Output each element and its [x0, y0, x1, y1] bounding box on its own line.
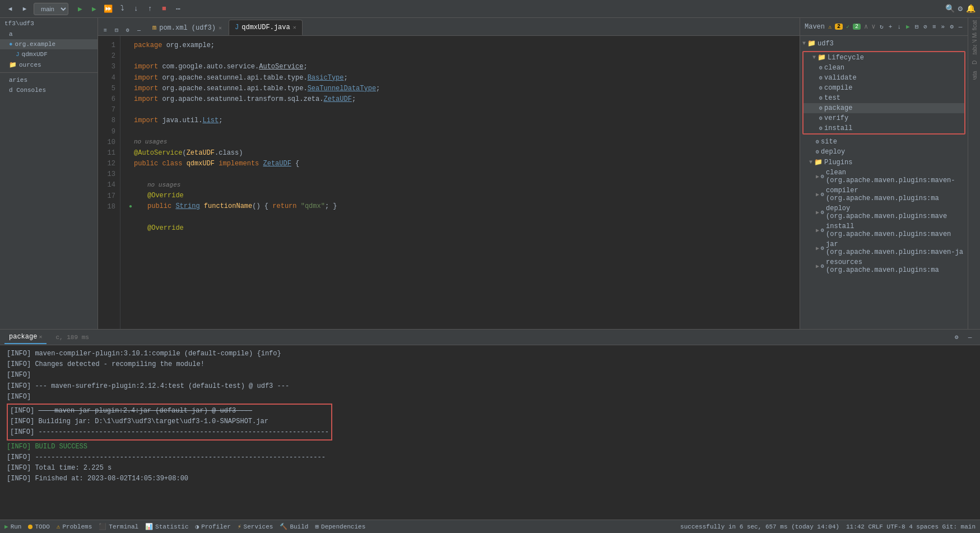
maven-lifecycle[interactable]: ▼ 📁 Lifecycle: [803, 52, 964, 63]
maven-verify-label: verify: [824, 114, 848, 122]
sidebar-item-aries[interactable]: aries: [0, 75, 97, 85]
code-no-usages-1: no usages: [127, 137, 793, 148]
stop-btn[interactable]: ■: [158, 3, 170, 15]
maven-plugins[interactable]: ▼ 📁 Plugins: [800, 157, 968, 168]
json-master-tab[interactable]: JSON Master: [969, 33, 979, 43]
problems-status-item[interactable]: ⚠ Problems: [57, 523, 92, 530]
statistic-status-item[interactable]: 📊 Statistic: [145, 523, 188, 530]
sidebar-item-consoles[interactable]: d Consoles: [0, 85, 97, 95]
maven-root-label: udf3: [818, 40, 834, 48]
maven-download-btn[interactable]: ↓: [897, 21, 902, 33]
maven-plugin-deploy[interactable]: ▶ ⚙ deploy (org.apache.maven.plugins:mav…: [800, 203, 968, 221]
console-line-1: [INFO] maven-compiler-plugin:3.10.1:comp…: [7, 349, 973, 359]
more-btn[interactable]: ⋯: [172, 3, 184, 15]
sidebar-item-ources[interactable]: 📁 ources: [0, 59, 97, 70]
maven-more-btn[interactable]: »: [940, 21, 946, 33]
step-into-btn[interactable]: ↓: [130, 3, 142, 15]
sidebar-path: tf3\udf3: [0, 18, 97, 29]
maven-plugin-clean[interactable]: ▶ ⚙ clean (org.apache.maven.plugins:mave…: [800, 168, 968, 186]
forward-btn[interactable]: ▶: [19, 3, 30, 15]
maven-minimize-btn[interactable]: —: [958, 21, 963, 33]
editor-tabs: ≡ ⊟ ⚙ — m pom.xml (udf3) ✕ J qdmxUDF.jav…: [98, 18, 800, 36]
maven-package[interactable]: ⚙ package: [803, 103, 964, 113]
step-over-btn[interactable]: ⤵: [116, 3, 128, 15]
tab-pom-xml[interactable]: m pom.xml (udf3) ✕: [146, 20, 228, 35]
panel-settings-btn[interactable]: ⚙: [951, 332, 962, 343]
terminal-status-item[interactable]: ⬛ Terminal: [99, 523, 138, 530]
maven-run-btn[interactable]: ▶: [905, 21, 911, 33]
panel-tab-package[interactable]: package ✕: [4, 331, 47, 344]
plugin-install-gear-icon: ⚙: [821, 227, 824, 234]
maven-plugin-install[interactable]: ▶ ⚙ install (org.apache.maven.plugins:ma…: [800, 221, 968, 239]
maven-validate[interactable]: ⚙ validate: [803, 73, 964, 83]
maven-plugin-resources[interactable]: ▶ ⚙ resources (org.apache.maven.plugins:…: [800, 257, 968, 275]
maven-plugin-resources-label: resources (org.apache.maven.plugins:ma: [826, 258, 965, 274]
step-out-btn[interactable]: ↑: [144, 3, 156, 15]
run-status-item[interactable]: ▶ Run: [4, 523, 21, 530]
maven-plugin-jar[interactable]: ▶ ⚙ jar (org.apache.maven.plugins:maven-…: [800, 239, 968, 257]
terminal-icon: ⬛: [99, 523, 106, 530]
code-content[interactable]: package org.example; import com.google.a…: [120, 36, 800, 329]
maven-install[interactable]: ⚙ install: [803, 123, 964, 133]
sidebar-item-org-example[interactable]: ● org.example: [0, 39, 97, 49]
tab-pom-close[interactable]: ✕: [219, 25, 222, 31]
maven-deploy[interactable]: ⚙ deploy: [800, 147, 968, 157]
folder-icon: 📁: [9, 61, 17, 68]
maven-clean[interactable]: ⚙ clean: [803, 63, 964, 73]
tab-pom-label: pom.xml (udf3): [159, 24, 216, 32]
panel-time: c, 189 ms: [55, 334, 89, 341]
profiler-icon: ◑: [196, 523, 199, 530]
maven-collapse-icon: ∨: [871, 22, 875, 31]
panel-minimize-btn[interactable]: —: [964, 332, 976, 343]
d-tab[interactable]: D: [969, 57, 979, 67]
maven-settings-btn[interactable]: ⚙: [949, 21, 955, 33]
tab-minimize-btn[interactable]: —: [134, 25, 144, 35]
maven-refresh-btn[interactable]: ↻: [879, 21, 885, 33]
verify-gear-icon: ⚙: [819, 115, 823, 122]
resume-btn[interactable]: ⏩: [102, 3, 114, 15]
maven-test[interactable]: ⚙ test: [803, 93, 964, 103]
maven-stop-btn[interactable]: ⊘: [923, 21, 928, 33]
statistic-label: Statistic: [155, 523, 188, 530]
database-tab[interactable]: Database: [969, 45, 979, 55]
maven-site[interactable]: ⚙ site: [800, 137, 968, 147]
notifications-icon[interactable]: 🔔: [966, 4, 976, 13]
maven-add-btn[interactable]: +: [888, 21, 893, 33]
search-icon[interactable]: 🔍: [945, 4, 955, 13]
plugin-resources-gear-icon: ⚙: [821, 263, 824, 270]
maven-filter-btn[interactable]: ≡: [931, 21, 937, 33]
sidebar-item-a[interactable]: a: [0, 29, 97, 39]
back-btn[interactable]: ◀: [4, 3, 16, 15]
plugins-folder-icon: 📁: [814, 158, 823, 166]
maven-deploy-label: deploy: [821, 148, 845, 156]
tab-qdmxudf-java[interactable]: J qdmxUDF.java ✕: [229, 20, 303, 35]
tab-java-close[interactable]: ✕: [293, 24, 296, 31]
tab-controls: ≡ ⊟ ⚙ —: [98, 25, 146, 35]
success-count: 2: [853, 24, 861, 30]
maven-compile[interactable]: ⚙ compile: [803, 83, 964, 93]
compile-gear-icon: ⚙: [819, 85, 823, 91]
sidebar-item-qdmxudf[interactable]: J qdmxUDF: [0, 49, 97, 59]
big-data-tools-tab[interactable]: Big Data Tools: [969, 69, 979, 80]
settings-icon[interactable]: ⚙: [958, 4, 963, 13]
services-status-item[interactable]: ⚡ Services: [238, 523, 273, 530]
build-status-item[interactable]: 🔨 Build: [280, 523, 308, 530]
code-line-6: import org.apache.seatunnel.transform.sq…: [127, 94, 793, 105]
maven-root[interactable]: ▼ 📁 udf3: [800, 38, 968, 49]
code-line-11: public class qdmxUDF implements ZetaUDF …: [127, 159, 793, 169]
maven-tool-btn[interactable]: ⊟: [914, 21, 919, 33]
tab-settings-btn[interactable]: ⚙: [123, 25, 133, 35]
profiler-status-item[interactable]: ◑ Profiler: [196, 523, 231, 530]
maven-verify[interactable]: ⚙ verify: [803, 113, 964, 123]
maven-plugin-compiler[interactable]: ▶ ⚙ compiler (org.apache.maven.plugins:m…: [800, 186, 968, 203]
dependencies-status-item[interactable]: ⊞ Dependencies: [315, 523, 365, 530]
run-btn[interactable]: ▶: [74, 3, 86, 15]
tab-layout-btn[interactable]: ≡: [100, 25, 110, 35]
panel-tab-close-icon[interactable]: ✕: [39, 333, 42, 340]
maven-plugin-compiler-label: compiler (org.apache.maven.plugins:ma: [826, 187, 965, 202]
todo-status-item[interactable]: TODO: [28, 523, 49, 530]
notifications-tab[interactable]: Notifications: [969, 20, 979, 30]
run-btn-2[interactable]: ▶: [88, 3, 100, 15]
branch-selector[interactable]: main: [34, 3, 68, 15]
tab-split-btn[interactable]: ⊟: [112, 25, 122, 35]
